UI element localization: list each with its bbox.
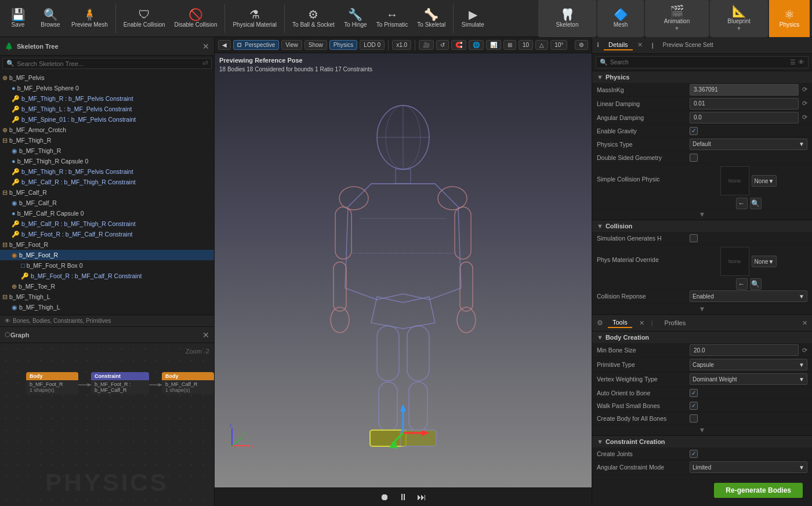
view-btn[interactable]: View	[281, 40, 302, 50]
to-skeletal-button[interactable]: 🦴 To Skeletal	[413, 2, 449, 35]
table-btn[interactable]: ⊞	[503, 40, 516, 50]
profiles-tab[interactable]: Profiles	[660, 318, 691, 327]
settings-btn[interactable]: ⚙	[575, 40, 588, 50]
enable-gravity-checkbox[interactable]	[690, 127, 698, 135]
phys-material-dropdown[interactable]: None ▼	[752, 256, 777, 267]
physics-section-header[interactable]: ▼ Physics	[592, 71, 812, 83]
tree-item[interactable]: 🔑 b_MF_Thigh_L : b_MF_Pelvis Constraint	[0, 104, 214, 114]
tree-item[interactable]: ● b_MF_Thigh_R Capsule 0	[0, 156, 214, 166]
to-ball-socket-button[interactable]: ⚙ To Ball & Socket	[288, 2, 339, 35]
speed-btn[interactable]: x1.0	[392, 40, 411, 50]
graph-content[interactable]: Zoom -2 PHYSICS Body b_MF_Foot_R1 shape(…	[0, 343, 214, 506]
record-button[interactable]: ⏺	[380, 492, 389, 503]
collision-section-header[interactable]: ▼ Collision	[592, 220, 812, 232]
tree-item[interactable]: ◉ b_MF_Thigh_R	[0, 145, 214, 156]
simulate-button[interactable]: ▶ Simulate	[457, 2, 488, 35]
graph-node-constraint[interactable]: Constraint b_MF_Foot_R : b_MF_Calf_R	[91, 372, 149, 394]
graph-node-body-foot[interactable]: Body b_MF_Foot_R1 shape(s)	[26, 372, 78, 394]
tree-item[interactable]: ⊕ b_MF_Armor_Crotch	[0, 125, 214, 135]
collision-search-btn[interactable]: 🔍	[750, 198, 762, 209]
snap-btn[interactable]: 🧲	[451, 40, 466, 50]
details-search-input[interactable]	[610, 59, 788, 65]
tree-item[interactable]: ⊕ b_MF_Toe_R	[0, 281, 214, 292]
tree-item[interactable]: 🔑 b_MF_Foot_R : b_MF_Calf_R Constraint	[0, 229, 214, 239]
phys-material-back-btn[interactable]: ←	[736, 278, 748, 290]
simple-collision-dropdown[interactable]: None ▼	[752, 175, 777, 187]
graph-node-body-calf[interactable]: Body b_MF_Calf_R1 shape(s)	[162, 372, 214, 394]
viewport-content[interactable]: Previewing Reference Pose 18 Bodies 18 C…	[215, 53, 592, 487]
physics-btn[interactable]: Physics	[329, 40, 357, 50]
angular-damping-input[interactable]: 0.0	[690, 112, 799, 123]
tree-item[interactable]: 🔑 b_MF_Thigh_R : b_MF_Pelvis Constraint	[0, 93, 214, 104]
to-prismatic-button[interactable]: ↔ To Prismatic	[372, 2, 412, 35]
angular-damping-spin[interactable]: ⟳	[802, 114, 807, 121]
grid-btn[interactable]: 🌐	[469, 40, 484, 50]
tree-item[interactable]: 🔑 b_MF_Spine_01 : b_MF_Pelvis Constraint	[0, 114, 214, 125]
animation-tab-button[interactable]: 🎬 Animation ▼	[645, 0, 709, 37]
primitive-type-dropdown[interactable]: Capsule ▼	[690, 359, 807, 370]
stats-btn[interactable]: 📊	[486, 40, 501, 50]
physical-material-button[interactable]: ⚗ Physical Material	[229, 2, 281, 35]
tree-item[interactable]: ⊟ b_MF_Calf_R	[0, 187, 214, 198]
mass-input[interactable]: 3.367091	[690, 84, 799, 96]
tree-item[interactable]: ⊟ b_MF_Foot_R	[0, 239, 214, 250]
min-bone-size-input[interactable]: 20.0	[690, 344, 799, 356]
physics-type-dropdown[interactable]: Default ▼	[690, 139, 807, 150]
tree-item[interactable]: ● b_MF_Pelvis Sphere 0	[0, 83, 214, 93]
linear-damping-input[interactable]: 0.01	[690, 98, 799, 110]
disable-collision-button[interactable]: 🚫 Disable Collision	[171, 2, 222, 35]
mass-spin[interactable]: ⟳	[802, 86, 807, 93]
camera-icon-btn[interactable]: 🎥	[419, 40, 434, 50]
search-submit-icon[interactable]: ⏎	[202, 60, 208, 67]
save-button[interactable]: 💾 Save	[2, 2, 34, 35]
details-eye-icon[interactable]: 👁	[798, 59, 804, 65]
skeleton-search-input[interactable]	[17, 60, 200, 67]
play-button[interactable]: ⏭	[417, 492, 426, 503]
body-creation-header[interactable]: ▼ Body Creation	[592, 331, 812, 343]
sim-generates-checkbox[interactable]	[690, 234, 698, 242]
collision-back-btn[interactable]: ←	[736, 198, 748, 209]
phys-material-search-btn[interactable]: 🔍	[750, 278, 762, 290]
regenerate-bodies-button[interactable]: Re-generate Bodies	[714, 483, 803, 498]
tree-item[interactable]: ⊕ b_MF_Pelvis	[0, 72, 214, 83]
tree-item[interactable]: ◉ b_MF_Thigh_L	[0, 302, 214, 312]
linear-damping-spin[interactable]: ⟳	[802, 100, 807, 107]
rotate-btn[interactable]: ↺	[436, 40, 449, 50]
preview-mesh-button[interactable]: 🧍 Preview Mesh	[67, 2, 112, 35]
skeleton-tree-close[interactable]: ✕	[202, 42, 209, 51]
details-tab[interactable]: Details	[604, 40, 633, 50]
tree-item[interactable]: ⊟ b_MF_Thigh_R	[0, 135, 214, 145]
enable-collision-button[interactable]: 🛡 Enable Collision	[119, 2, 169, 35]
tree-item[interactable]: ● b_MF_Calf_R Capsule 0	[0, 208, 214, 219]
perspective-btn[interactable]: ⛋ Perspective	[233, 40, 279, 50]
constraint-creation-header[interactable]: ▼ Constraint Creation	[592, 435, 812, 447]
pause-button[interactable]: ⏸	[398, 492, 408, 503]
tree-item[interactable]: ⊟ b_MF_Thigh_L	[0, 292, 214, 302]
to-hinge-button[interactable]: 🔧 To Hinge	[340, 2, 371, 35]
num-btn[interactable]: 10	[519, 40, 533, 50]
auto-orient-checkbox[interactable]	[690, 389, 698, 397]
vertex-weighting-dropdown[interactable]: Dominant Weight ▼	[690, 373, 807, 385]
angle-btn1[interactable]: △	[535, 40, 548, 50]
walk-past-checkbox[interactable]	[690, 402, 698, 410]
tree-item[interactable]: 🔑 b_MF_Thigh_R : b_MF_Pelvis Constraint	[0, 166, 214, 177]
tree-item[interactable]: 🔑 b_MF_Foot_R : b_MF_Calf_R Constraint	[0, 271, 214, 281]
double-sided-checkbox[interactable]	[690, 154, 698, 162]
create-joints-checkbox[interactable]	[690, 450, 698, 458]
browse-button[interactable]: 🔍 Browse	[35, 2, 66, 35]
tools-close[interactable]: ✕	[639, 319, 644, 327]
tree-item[interactable]: 🔑 b_MF_Calf_R : b_MF_Thigh_R Constraint	[0, 177, 214, 187]
show-btn[interactable]: Show	[304, 40, 327, 50]
create-body-checkbox[interactable]	[690, 414, 698, 423]
min-bone-spin[interactable]: ⟳	[802, 347, 807, 354]
profiles-close[interactable]: ✕	[802, 319, 807, 327]
tree-item-selected[interactable]: ◉ b_MF_Foot_R	[0, 250, 214, 260]
skeleton-tab-button[interactable]: 🦷 Skeleton	[538, 0, 596, 37]
graph-close[interactable]: ✕	[202, 330, 209, 340]
physics-tab-button[interactable]: ⚛ Physics	[769, 0, 810, 37]
viewport-move-btn[interactable]: ◀	[218, 40, 231, 50]
tree-item[interactable]: 🔑 b_MF_Calf_R : b_MF_Thigh_R Constraint	[0, 219, 214, 229]
angular-mode-dropdown[interactable]: Limited ▼	[690, 461, 807, 473]
tree-item[interactable]: □ b_MF_Foot_R Box 0	[0, 260, 214, 271]
details-layout-icon[interactable]: ☰	[790, 59, 796, 66]
